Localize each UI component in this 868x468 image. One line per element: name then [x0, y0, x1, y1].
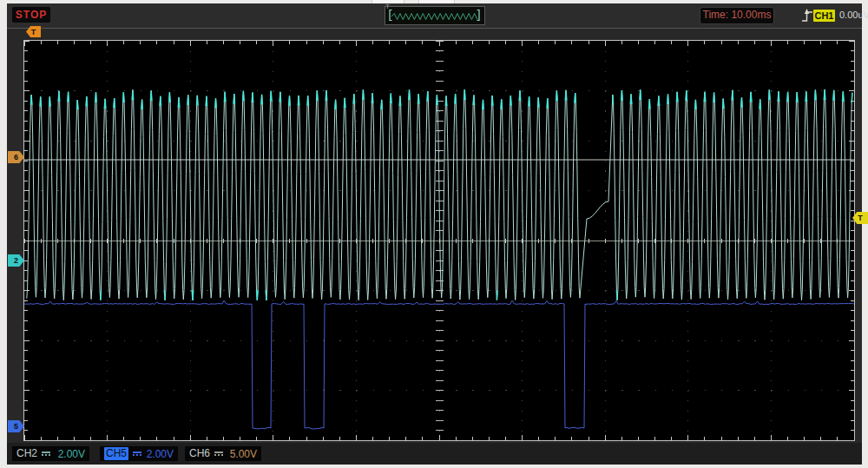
ch6-label: CH6: [189, 447, 210, 460]
waveform-preview[interactable]: T: [385, 6, 485, 25]
ch5-scale: 2.00V: [147, 448, 174, 460]
timebase-value: Time: 10.00ms: [703, 9, 772, 21]
preview-trigger-label: T: [385, 3, 390, 10]
acquisition-status-label: STOP: [16, 9, 47, 21]
channel-ch5-box[interactable]: CH5 2.00V: [100, 446, 178, 461]
trigger-level-readout: 0.00uV: [839, 10, 868, 20]
trigger-source-badge[interactable]: CH1: [813, 10, 835, 22]
channel-ch2-box[interactable]: CH2 2.00V: [12, 446, 89, 461]
top-status-bar: STOP T Time: 10.00ms CH1 0.00uV: [7, 3, 862, 29]
dc-coupling-icon: [214, 452, 223, 456]
ch6-scale: 5.00V: [230, 448, 257, 460]
oscilloscope-app: STOP T Time: 10.00ms CH1 0.00uV T 6: [0, 0, 868, 468]
acquisition-status[interactable]: STOP: [12, 7, 50, 23]
ch6-marker-label: 6: [8, 151, 24, 163]
waveform-canvas: [24, 41, 854, 440]
ch2-marker-label: 2: [8, 254, 24, 267]
ch2-ground-marker[interactable]: 2: [8, 254, 24, 267]
dc-coupling-icon: [133, 452, 141, 456]
ch6-ground-marker[interactable]: 6: [8, 151, 24, 163]
scope-screen: STOP T Time: 10.00ms CH1 0.00uV T 6: [7, 3, 862, 465]
dc-coupling-icon: [42, 452, 50, 456]
ch5-marker-label: 5: [8, 420, 24, 432]
timebase-readout[interactable]: Time: 10.00ms: [700, 7, 774, 24]
ch5-ground-marker[interactable]: 5: [8, 420, 24, 432]
preview-waveform: [385, 7, 483, 23]
ch2-scale: 2.00V: [58, 448, 85, 460]
ch5-label: CH5: [104, 447, 128, 460]
channel-status-bar: CH2 2.00V CH5 2.00V CH6 5.00V: [7, 443, 862, 465]
rising-edge-trigger-icon: [801, 7, 813, 24]
waveform-display[interactable]: [23, 40, 855, 441]
channel-ch6-box[interactable]: CH6 5.00V: [185, 446, 261, 461]
ch2-label: CH2: [16, 447, 37, 460]
